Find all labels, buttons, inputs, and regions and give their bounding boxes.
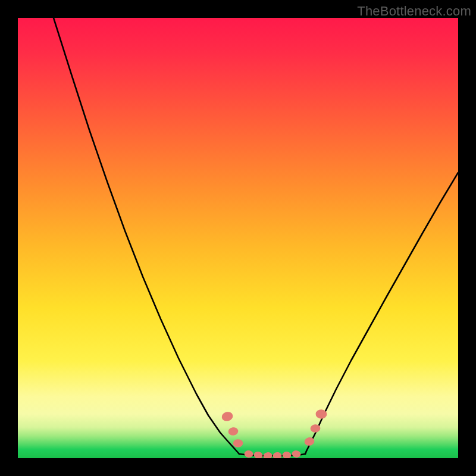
marker-dot (221, 411, 234, 422)
marker-dot (292, 450, 302, 458)
chart-frame: TheBottleneck.com (0, 0, 476, 476)
marker-dot (282, 452, 291, 458)
marker-dot (253, 451, 263, 458)
marker-dot (233, 439, 243, 447)
marker-dot (263, 452, 273, 458)
curve-left-curve (54, 18, 239, 454)
marker-dot (273, 452, 281, 458)
marker-dot (228, 427, 239, 436)
watermark-text: TheBottleneck.com (357, 4, 471, 19)
curve-right-curve (305, 173, 458, 454)
marker-dot (244, 450, 253, 458)
plot-area (18, 18, 458, 458)
curve-svg (18, 18, 458, 458)
